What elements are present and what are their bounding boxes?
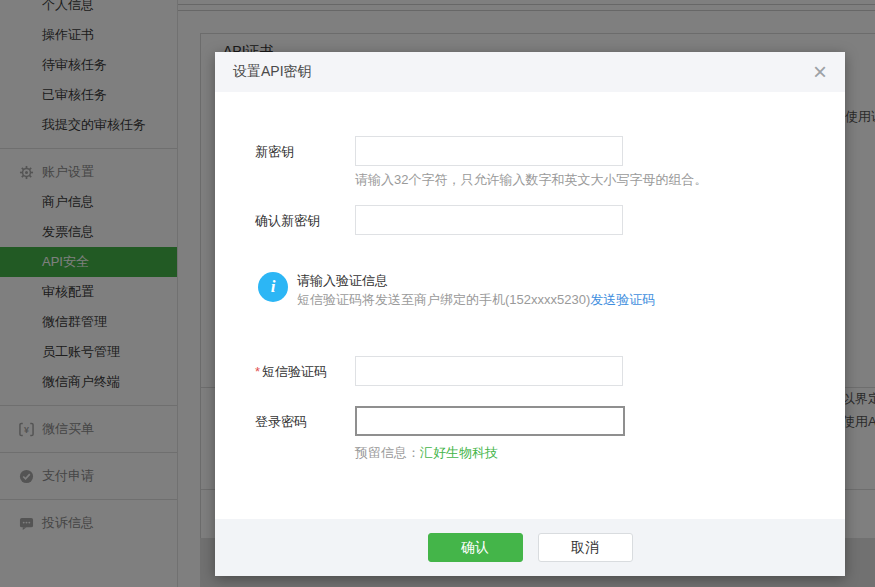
new-key-row: 新密钥 <box>215 136 845 166</box>
login-password-row: 登录密码 <box>215 406 845 436</box>
info-text: 请输入验证信息 短信验证码将发送至商户绑定的手机(152xxxx5230)发送验… <box>297 272 655 310</box>
new-key-hint: 请输入32个字符，只允许输入数字和英文大小写字母的组合。 <box>355 171 707 189</box>
verification-info-block: i 请输入验证信息 短信验证码将发送至商户绑定的手机(152xxxx5230)发… <box>258 272 655 310</box>
reserved-info: 预留信息：汇好生物科技 <box>355 444 498 462</box>
login-password-input[interactable] <box>355 406 625 436</box>
sms-code-label: *短信验证码 <box>255 356 355 386</box>
confirm-button[interactable]: 确认 <box>428 533 523 562</box>
reserved-info-prefix: 预留信息： <box>355 445 420 460</box>
dialog-footer: 确认 取消 <box>215 519 845 576</box>
confirm-key-label: 确认新密钥 <box>255 205 355 235</box>
confirm-key-row: 确认新密钥 <box>215 205 845 235</box>
sms-code-row: *短信验证码 <box>215 356 845 386</box>
login-password-label: 登录密码 <box>255 406 355 436</box>
cancel-button[interactable]: 取消 <box>538 533 633 562</box>
reserved-merchant-name: 汇好生物科技 <box>420 445 498 460</box>
info-title: 请输入验证信息 <box>297 272 655 290</box>
required-asterisk: * <box>255 364 260 379</box>
set-api-key-dialog: 设置API密钥 × 新密钥 请输入32个字符，只允许输入数字和英文大小写字母的组… <box>215 52 845 576</box>
dialog-body: 新密钥 请输入32个字符，只允许输入数字和英文大小写字母的组合。 确认新密钥 i… <box>215 92 845 519</box>
info-icon: i <box>258 272 288 302</box>
sms-code-input[interactable] <box>355 356 623 386</box>
confirm-key-input[interactable] <box>355 205 623 235</box>
new-key-label: 新密钥 <box>255 136 355 166</box>
sms-code-label-text: 短信验证码 <box>262 364 327 379</box>
new-key-input[interactable] <box>355 136 623 166</box>
close-icon[interactable]: × <box>809 57 831 87</box>
dialog-title: 设置API密钥 <box>233 63 312 81</box>
page: 个人信息 操作证书 待审核任务 已审核任务 我提交的审核任务 <box>0 0 875 587</box>
info-desc-text: 短信验证码将发送至商户绑定的手机(152xxxx5230) <box>297 292 590 307</box>
dialog-header: 设置API密钥 × <box>215 52 845 92</box>
send-code-link[interactable]: 发送验证码 <box>590 292 655 307</box>
info-description: 短信验证码将发送至商户绑定的手机(152xxxx5230)发送验证码 <box>297 290 655 310</box>
